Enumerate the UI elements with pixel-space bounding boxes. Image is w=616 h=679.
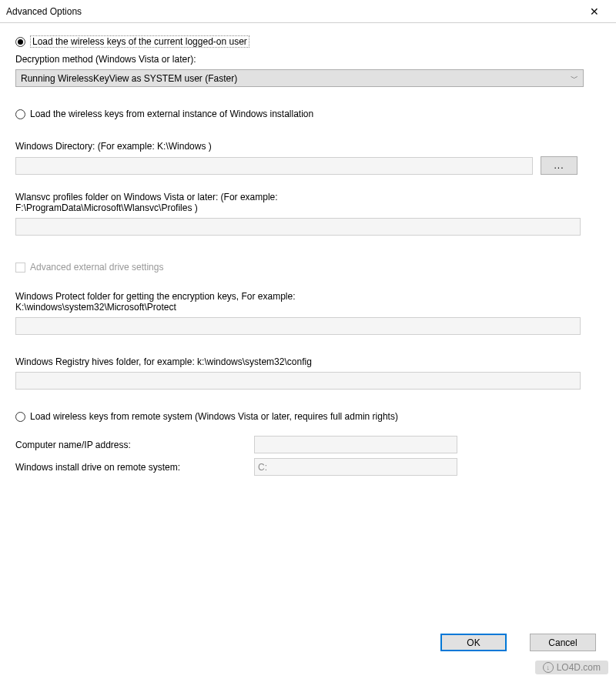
window-title: Advanced Options [6,6,579,17]
dialog-buttons: OK Cancel [440,634,596,651]
dropdown-selected-value: Running WirelessKeyView as SYSTEM user (… [21,73,571,84]
cancel-label: Cancel [548,637,577,648]
watermark: ↓ LO4D.com [535,661,608,674]
registry-folder-label: Windows Registry hives folder, for examp… [15,356,601,367]
cancel-button[interactable]: Cancel [530,634,596,651]
browse-button[interactable]: ... [541,156,578,175]
remote-drive-label: Windows install drive on remote system: [15,462,254,473]
windows-directory-label: Windows Directory: (For example: K:\Wind… [15,141,601,152]
watermark-icon: ↓ [543,662,554,673]
radio-label-remote: Load wireless keys from remote system (W… [30,411,398,422]
titlebar: Advanced Options ✕ [0,0,616,23]
radio-option-external[interactable]: Load the wireless keys from external ins… [15,109,601,119]
wlansvc-folder-label: Wlansvc profiles folder on Windows Vista… [15,192,385,213]
radio-icon [15,412,25,422]
radio-option-remote[interactable]: Load wireless keys from remote system (W… [15,411,601,422]
protect-folder-label: Windows Protect folder for getting the e… [15,291,400,313]
remote-drive-input[interactable] [254,458,457,476]
radio-icon [15,109,25,119]
watermark-text: LO4D.com [557,662,601,673]
radio-label-current-user: Load the wireless keys of the current lo… [30,35,249,48]
close-button[interactable]: ✕ [579,0,610,23]
chevron-down-icon: ﹀ [571,73,578,84]
computer-name-input[interactable] [254,436,457,453]
protect-folder-input[interactable] [15,317,581,335]
radio-label-external: Load the wireless keys from external ins… [30,109,313,119]
close-icon: ✕ [590,5,599,18]
decryption-method-dropdown[interactable]: Running WirelessKeyView as SYSTEM user (… [15,69,584,87]
wlansvc-folder-input[interactable] [15,218,581,236]
advanced-external-label: Advanced external drive settings [30,262,163,273]
ellipsis-icon: ... [554,160,564,171]
windows-directory-input[interactable] [15,157,533,175]
advanced-external-checkbox[interactable]: Advanced external drive settings [15,262,601,273]
dialog-content: Load the wireless keys of the current lo… [0,23,616,493]
ok-label: OK [467,637,480,648]
ok-button[interactable]: OK [440,634,507,651]
registry-folder-input[interactable] [15,372,581,390]
decryption-method-label: Decryption method (Windows Vista or late… [15,54,601,65]
checkbox-icon [15,263,25,273]
radio-option-current-user[interactable]: Load the wireless keys of the current lo… [15,35,601,48]
radio-icon [15,37,25,47]
computer-name-label: Computer name/IP address: [15,440,254,450]
